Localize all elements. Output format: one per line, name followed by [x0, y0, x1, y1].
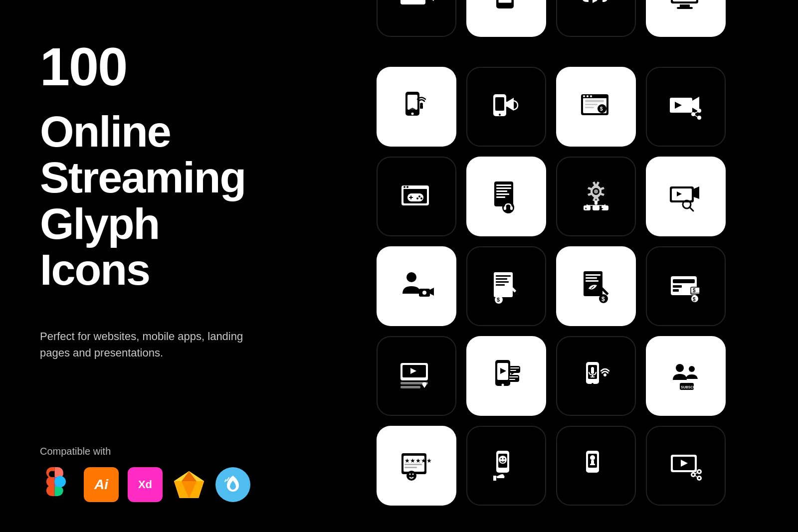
- svg-rect-109: [496, 281, 509, 283]
- svg-point-0: [54, 476, 66, 488]
- icon-phone-react: [466, 426, 546, 506]
- svg-point-69: [418, 197, 420, 199]
- headline-number: 100: [40, 40, 269, 94]
- svg-point-105: [422, 291, 426, 295]
- icon-content-monetize: $: [466, 246, 546, 326]
- svg-rect-117: [586, 280, 598, 282]
- svg-rect-140: [509, 366, 520, 373]
- svg-rect-115: [586, 274, 600, 276]
- icon-browser-game: [377, 157, 456, 236]
- svg-point-149: [592, 383, 594, 385]
- svg-point-102: [406, 272, 416, 282]
- svg-point-138: [502, 383, 504, 386]
- svg-line-57: [695, 115, 698, 117]
- svg-rect-78: [510, 206, 513, 210]
- svg-rect-128: [691, 292, 700, 294]
- icon-desktop-video: [646, 0, 726, 37]
- svg-point-165: [412, 473, 414, 475]
- compatible-label: Compatible with: [40, 446, 269, 457]
- svg-rect-161: [404, 464, 422, 465]
- svg-text:$: $: [693, 297, 696, 302]
- icon-content-creator: [377, 246, 456, 326]
- icon-content-nature: $: [556, 246, 636, 326]
- svg-text:▶: ▶: [601, 207, 603, 210]
- illustrator-icon: Ai: [84, 467, 119, 502]
- icon-subscriber: SUBSCRIBER: [646, 336, 726, 416]
- svg-rect-116: [586, 277, 597, 279]
- description-text: Perfect for websites, mobile apps, landi…: [40, 328, 259, 361]
- compatible-section: Compatible with Ai Xd: [40, 416, 269, 502]
- svg-rect-72: [496, 187, 511, 189]
- svg-rect-77: [504, 206, 506, 210]
- svg-point-42: [583, 95, 585, 97]
- svg-rect-124: [673, 285, 682, 288]
- figma-icon: [40, 467, 75, 502]
- icon-phone-secure-stream: [377, 67, 456, 147]
- svg-point-62: [406, 186, 408, 188]
- right-panel: Live: [309, 0, 798, 532]
- svg-rect-45: [585, 100, 604, 102]
- svg-rect-74: [496, 193, 509, 195]
- svg-point-43: [587, 95, 589, 97]
- svg-rect-34: [420, 105, 423, 109]
- title-line2: Streaming: [40, 155, 269, 200]
- svg-point-55: [697, 116, 701, 120]
- svg-point-170: [501, 458, 502, 459]
- svg-rect-38: [505, 102, 508, 107]
- svg-point-187: [698, 471, 700, 473]
- svg-rect-145: [509, 376, 518, 377]
- svg-line-184: [695, 473, 697, 474]
- svg-marker-104: [430, 288, 434, 296]
- icon-phone-podcast: [556, 336, 636, 416]
- svg-point-19: [503, 8, 506, 11]
- svg-line-56: [695, 112, 698, 113]
- icon-podcast-list: [466, 157, 546, 236]
- svg-point-171: [504, 458, 505, 459]
- svg-rect-82: [595, 200, 598, 204]
- svg-point-68: [416, 197, 418, 199]
- svg-point-81: [594, 189, 598, 193]
- svg-rect-71: [496, 184, 511, 186]
- icons-grid: Live: [377, 0, 726, 506]
- svg-point-163: [406, 471, 416, 481]
- left-panel: 100 Online Streaming Glyph Icons Perfect…: [0, 0, 309, 532]
- svg-rect-75: [496, 196, 505, 198]
- svg-rect-162: [404, 467, 417, 468]
- svg-rect-110: [496, 284, 505, 286]
- svg-rect-123: [673, 279, 695, 283]
- icon-video-playlist: [377, 336, 456, 416]
- title-line3: Glyph Icons: [40, 201, 269, 293]
- svg-point-53: [691, 112, 695, 116]
- svg-point-54: [697, 109, 701, 113]
- svg-text:$: $: [601, 296, 605, 303]
- svg-point-44: [590, 95, 592, 97]
- svg-text:$: $: [497, 297, 500, 303]
- svg-rect-25: [680, 4, 690, 7]
- icon-rating: ★★★★★: [377, 426, 456, 506]
- svg-rect-150: [591, 367, 594, 374]
- icon-video-search: [646, 157, 726, 236]
- icon-cloud-video: [556, 0, 636, 37]
- svg-rect-144: [508, 375, 519, 382]
- svg-rect-31: [407, 95, 417, 110]
- svg-rect-46: [585, 104, 598, 105]
- app-icons-row: Ai Xd: [40, 467, 269, 502]
- svg-point-174: [592, 473, 594, 475]
- svg-point-61: [403, 186, 405, 188]
- title-block: Online Streaming Glyph Icons: [40, 109, 269, 293]
- svg-rect-142: [510, 370, 516, 371]
- svg-point-66: [418, 195, 420, 197]
- svg-marker-12: [426, 0, 434, 1]
- svg-text:★: ★: [585, 207, 587, 210]
- svg-rect-177: [590, 464, 595, 465]
- svg-rect-47: [585, 107, 594, 108]
- icon-video-stream: [377, 0, 456, 37]
- svg-point-186: [692, 474, 694, 476]
- svg-text:SUBSCRIBER: SUBSCRIBER: [681, 385, 704, 389]
- svg-point-154: [676, 364, 684, 372]
- svg-point-32: [411, 112, 414, 115]
- title-line1: Online: [40, 109, 269, 155]
- svg-point-155: [689, 366, 695, 372]
- svg-rect-65: [409, 197, 413, 198]
- icon-live-stream: Live: [466, 0, 546, 37]
